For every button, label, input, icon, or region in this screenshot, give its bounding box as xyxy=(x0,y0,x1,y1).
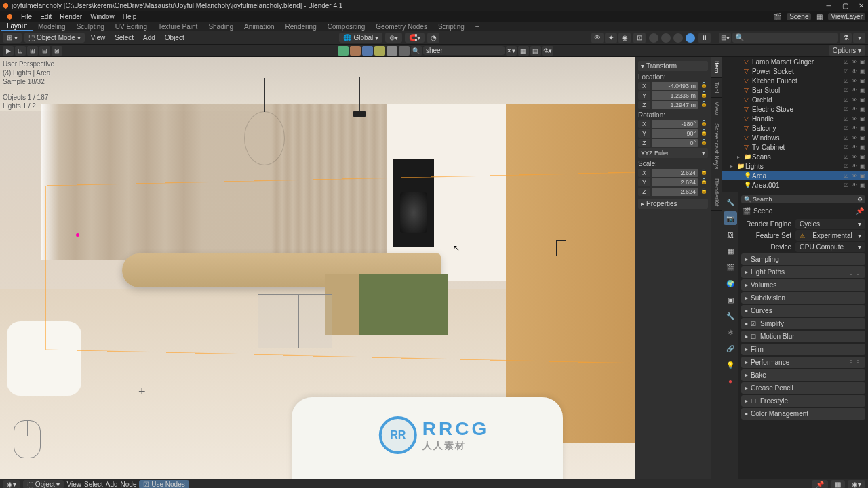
prop-tab-viewlayer[interactable]: ▦ xyxy=(724,244,737,258)
prop-tab-scene[interactable]: 🎬 xyxy=(724,260,737,274)
transform-panel-header[interactable]: ▾ Transform xyxy=(638,61,708,71)
scale-x-field[interactable]: X2.624🔓 xyxy=(638,169,708,177)
tool-icon-2[interactable]: ⊞ xyxy=(27,46,38,56)
header-menu-add[interactable]: Add xyxy=(140,34,159,41)
prop-section-freestyle[interactable]: ▸☐Freestyle xyxy=(741,395,865,407)
rotation-y-field[interactable]: Y90°🔓 xyxy=(638,129,708,138)
pivot-dropdown[interactable]: ⊙▾ xyxy=(385,33,402,43)
outliner-row[interactable]: 💡Area☑👁▣ xyxy=(722,171,868,180)
node-menu-view[interactable]: View xyxy=(66,481,81,488)
prop-section-curves[interactable]: ▸Curves xyxy=(741,305,865,317)
mat-clear-button[interactable]: ✕▾ xyxy=(506,46,517,56)
node-pin-button[interactable]: 📌 xyxy=(812,480,828,488)
rendered-shading[interactable] xyxy=(686,33,695,43)
prop-tab-physics[interactable]: ⚛ xyxy=(724,325,737,339)
visibility-button[interactable]: 👁 xyxy=(591,33,604,43)
tab-texture-paint[interactable]: Texture Paint xyxy=(153,23,203,30)
prop-tab-modifier[interactable]: 🔧 xyxy=(724,309,737,323)
node-menu-add[interactable]: Add xyxy=(106,481,118,488)
outliner-row[interactable]: ▽Balcony☑👁▣ xyxy=(722,123,868,133)
prop-section-film[interactable]: ▸Film xyxy=(741,344,865,355)
tab-uv-editing[interactable]: UV Editing xyxy=(110,23,153,30)
pin-icon[interactable]: 📌 xyxy=(856,207,864,215)
prop-section-volumes[interactable]: ▸Volumes xyxy=(741,279,865,291)
prop-tab-tool[interactable]: 🔧 xyxy=(724,195,737,209)
npanel-tab-tool[interactable]: Tool xyxy=(711,78,722,98)
node-menu-select[interactable]: Select xyxy=(84,481,103,488)
prop-tab-render[interactable]: 📷 xyxy=(724,211,737,225)
outliner-row[interactable]: ▽Electric Stove☑👁▣ xyxy=(722,104,868,114)
scale-z-field[interactable]: Z2.624🔓 xyxy=(638,188,708,196)
node-btn-2[interactable]: ◉▾ xyxy=(848,480,865,488)
properties-search[interactable]: 🔍Search⚙ xyxy=(741,195,865,203)
scale-y-field[interactable]: Y2.624🔓 xyxy=(638,178,708,186)
prop-tab-output[interactable]: 🖼 xyxy=(724,228,737,241)
mat-filter-button[interactable]: ⚗▾ xyxy=(542,46,553,56)
header-menu-object[interactable]: Object xyxy=(161,34,188,41)
mat-btn-b[interactable]: ▤ xyxy=(530,46,541,56)
pause-render-button[interactable]: ⏸ xyxy=(698,33,711,43)
npanel-tab-screencast[interactable]: Screencast Keys xyxy=(711,119,722,174)
location-x-field[interactable]: X-4.0493 m🔓 xyxy=(638,82,708,90)
prop-section-simplify[interactable]: ▸☑Simplify xyxy=(741,318,865,329)
menu-window[interactable]: Window xyxy=(86,13,119,20)
snap-dropdown[interactable]: 🧲▾ xyxy=(405,33,425,43)
rotation-x-field[interactable]: X-180°🔓 xyxy=(638,120,708,128)
prop-section-grease-pencil[interactable]: ▸Grease Pencil xyxy=(741,382,865,394)
gizmo-button[interactable]: ✦ xyxy=(605,33,617,43)
outliner-row[interactable]: ▽Tv Cabinet☑👁▣ xyxy=(722,142,868,152)
outliner-row[interactable]: ▸📁Scans☑👁▣ xyxy=(722,152,868,161)
outliner-row[interactable]: ▸📁Lights☑👁▣ xyxy=(722,161,868,171)
outliner-list[interactable]: ▽Lamp Marset Ginger☑👁▣▽Power Socket☑👁▣▽K… xyxy=(722,57,868,192)
close-button[interactable]: ✕ xyxy=(857,2,865,9)
solid-shading[interactable] xyxy=(661,33,671,43)
mat-slot-3[interactable] xyxy=(362,46,373,56)
3d-viewport[interactable]: User Perspective (3) Lights | Area Sampl… xyxy=(0,57,635,479)
npanel-tab-item[interactable]: Item xyxy=(711,57,722,78)
outliner-new-collection[interactable]: ▾ xyxy=(853,33,865,43)
rotation-mode-dropdown[interactable]: XYZ Euler▾ xyxy=(638,148,708,158)
select-tool-icon[interactable]: ▶ xyxy=(3,46,14,56)
outliner-search[interactable]: 🔍 xyxy=(732,33,838,43)
menu-file[interactable]: File xyxy=(17,13,36,20)
node-editor-type[interactable]: ◉▾ xyxy=(3,480,20,488)
tab-layout[interactable]: Layout xyxy=(1,22,33,30)
prop-section-light-paths[interactable]: ▸Light Paths⋮⋮ xyxy=(741,266,865,278)
location-z-field[interactable]: Z1.2947 m🔓 xyxy=(638,101,708,109)
overlay-button[interactable]: ◉ xyxy=(618,33,631,43)
xray-button[interactable]: ⊡ xyxy=(633,33,646,43)
minimize-button[interactable]: ─ xyxy=(825,2,833,9)
tab-sculpting[interactable]: Sculpting xyxy=(71,23,110,30)
tab-rendering[interactable]: Rendering xyxy=(280,23,322,30)
outliner-row[interactable]: ▽Power Socket☑👁▣ xyxy=(722,66,868,76)
prop-section-motion-blur[interactable]: ▸☐Motion Blur xyxy=(741,331,865,342)
npanel-tab-view[interactable]: View xyxy=(711,98,722,119)
use-nodes-toggle[interactable]: ☑ Use Nodes xyxy=(139,480,189,488)
editor-type-dropdown[interactable]: ⊞▾ xyxy=(3,33,22,43)
mat-slot-2[interactable] xyxy=(350,46,361,56)
properties-panel-header[interactable]: ▸ Properties xyxy=(638,199,708,209)
maximize-button[interactable]: ▢ xyxy=(841,2,849,9)
mat-slot-4[interactable] xyxy=(374,46,385,56)
mat-slot-5[interactable] xyxy=(387,46,397,56)
material-search[interactable]: sheer xyxy=(423,46,505,55)
menu-edit[interactable]: Edit xyxy=(36,13,56,20)
location-y-field[interactable]: Y-1.2336 m🔓 xyxy=(638,92,708,100)
rotation-z-field[interactable]: Z0°🔓 xyxy=(638,139,708,147)
outliner-row[interactable]: 💡Area.001☑👁▣ xyxy=(722,180,868,190)
prop-section-subdivision[interactable]: ▸Subdivision xyxy=(741,292,865,304)
render-engine-dropdown[interactable]: Cycles▾ xyxy=(795,219,865,229)
device-dropdown[interactable]: GPU Compute▾ xyxy=(795,242,865,252)
prop-section-sampling[interactable]: ▸Sampling xyxy=(741,253,865,265)
tool-icon-4[interactable]: ⊠ xyxy=(52,46,62,56)
mat-slot-1[interactable] xyxy=(338,46,349,56)
tool-icon-1[interactable]: ⊡ xyxy=(15,46,26,56)
outliner-editor-type[interactable]: ⊟▾ xyxy=(719,33,731,43)
prop-tab-material[interactable]: ● xyxy=(724,374,737,388)
mat-slot-6[interactable] xyxy=(399,46,410,56)
menu-help[interactable]: Help xyxy=(119,13,141,20)
tab-scripting[interactable]: Scripting xyxy=(433,23,470,30)
add-workspace-button[interactable]: + xyxy=(470,23,485,30)
outliner-row[interactable]: ▽Handle☑👁▣ xyxy=(722,114,868,123)
tab-shading[interactable]: Shading xyxy=(203,23,239,30)
